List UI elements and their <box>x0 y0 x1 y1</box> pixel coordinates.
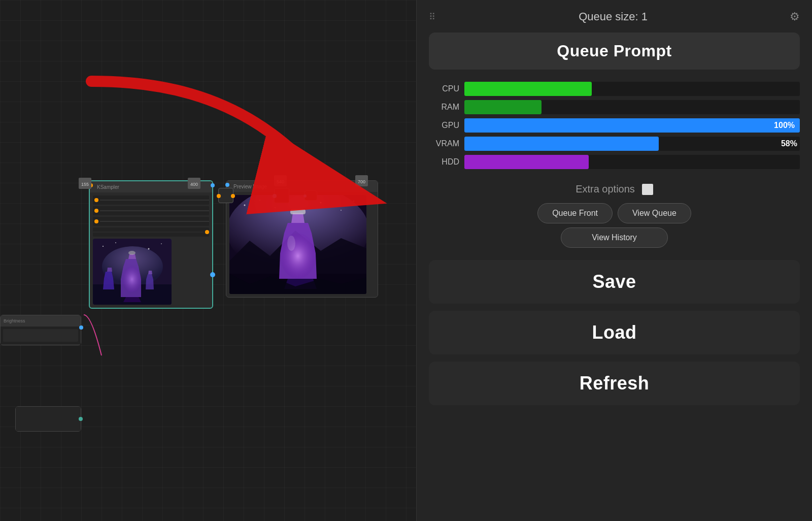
vram-label: VRAM <box>429 139 459 148</box>
preview-image <box>93 239 172 305</box>
node-input-row <box>93 217 209 226</box>
gpu-bar-container: 100% <box>464 118 800 133</box>
extra-options-checkbox[interactable] <box>642 184 653 195</box>
svg-point-5 <box>148 248 150 250</box>
vram-bar <box>464 137 659 151</box>
action-buttons-row: Queue Front View Queue <box>429 203 800 223</box>
label-badge-2: 700 <box>355 175 368 186</box>
node-canvas[interactable]: KSampler <box>0 0 416 521</box>
ram-bar <box>464 100 542 114</box>
output-dot <box>205 230 209 234</box>
svg-point-15 <box>320 202 322 204</box>
svg-point-14 <box>275 207 276 208</box>
gpu-bar <box>464 118 800 133</box>
output-connector <box>211 183 215 187</box>
extra-options-row: Extra options <box>429 183 800 195</box>
small-node-connector-r <box>231 194 235 198</box>
node-image-preview <box>93 239 172 305</box>
svg-point-21 <box>287 236 295 251</box>
svg-point-17 <box>353 201 354 202</box>
load-button[interactable]: Load <box>429 311 800 354</box>
svg-point-20 <box>280 233 316 279</box>
view-history-button[interactable]: View History <box>561 227 668 248</box>
view-queue-button[interactable]: View Queue <box>618 203 691 223</box>
small-node-3[interactable] <box>304 190 317 201</box>
bottom-node-connector <box>79 325 83 330</box>
ram-bar-container: 23% <box>464 100 800 114</box>
bottom-left-node[interactable]: Brightness <box>0 315 81 345</box>
label-badge-1: 540 <box>274 175 287 186</box>
preview-image-container <box>229 195 366 294</box>
queue-size-label: Queue size: 1 <box>436 10 790 23</box>
node-input-row <box>93 196 209 205</box>
gear-icon[interactable]: ⚙ <box>790 10 800 23</box>
preview-node-title: Preview Image <box>233 184 267 189</box>
right-panel: ⠿ Queue size: 1 ⚙ Queue Prompt CPU 38% R… <box>416 0 812 521</box>
vram-stat-row: VRAM 58% <box>429 137 800 151</box>
lower-node-1-body <box>16 407 81 431</box>
refresh-button[interactable]: Refresh <box>429 362 800 405</box>
cpu-bar <box>464 82 592 96</box>
svg-point-12 <box>244 205 246 206</box>
cpu-bar-container: 38% <box>464 82 800 96</box>
queue-prompt-button[interactable]: Queue Prompt <box>429 32 800 70</box>
svg-point-9 <box>123 267 141 292</box>
svg-point-4 <box>115 242 116 243</box>
node-body <box>90 192 212 308</box>
bottom-node-body <box>1 327 81 344</box>
preview-node[interactable]: Preview Image <box>226 180 378 298</box>
small-node-2-connector <box>273 194 277 198</box>
lower-node-1[interactable] <box>15 406 81 432</box>
save-button[interactable]: Save <box>429 260 800 304</box>
gpu-percent: 100% <box>774 121 795 130</box>
hdd-stat-row: HDD 37% <box>429 155 800 169</box>
preview-connector-dot <box>225 183 229 187</box>
grip-icon: ⠿ <box>429 11 436 22</box>
stats-section: CPU 38% RAM 23% GPU 100% VRAM <box>429 82 800 173</box>
main-node[interactable]: KSampler <box>89 180 213 309</box>
small-node-connector <box>217 194 221 198</box>
cpu-stat-row: CPU 38% <box>429 82 800 96</box>
label-chip: 155 <box>79 178 91 189</box>
ram-label: RAM <box>429 103 459 112</box>
input-dot <box>94 209 98 213</box>
right-connector <box>210 272 215 277</box>
svg-point-3 <box>103 246 104 247</box>
vram-bar-container: 58% <box>464 137 800 151</box>
input-dot <box>94 198 98 202</box>
view-history-row: View History <box>429 227 800 248</box>
hdd-label: HDD <box>429 157 459 167</box>
input-dot <box>94 219 98 223</box>
gpu-label: GPU <box>429 121 459 130</box>
svg-point-16 <box>341 210 342 211</box>
bottom-node-header: Brightness <box>1 315 81 327</box>
svg-point-6 <box>161 243 162 244</box>
node-input-row <box>93 227 209 237</box>
svg-rect-19 <box>290 209 306 214</box>
extra-options-label: Extra options <box>576 183 635 195</box>
node-input-row <box>93 206 209 215</box>
small-node-1[interactable] <box>218 188 233 203</box>
lower-node-1-connector <box>79 417 83 421</box>
panel-header: ⠿ Queue size: 1 ⚙ <box>429 10 800 23</box>
small-node-2[interactable] <box>274 188 289 203</box>
label-chip-2: 400 <box>188 178 200 189</box>
queue-front-button[interactable]: Queue Front <box>537 203 613 223</box>
vram-percent: 58% <box>781 139 797 148</box>
hdd-bar-container: 37% <box>464 155 800 169</box>
node-title: KSampler <box>97 184 119 190</box>
small-node-3-connector <box>303 194 307 198</box>
preview-node-body <box>226 192 378 297</box>
ram-stat-row: RAM 23% <box>429 100 800 114</box>
svg-point-13 <box>259 200 260 201</box>
cpu-label: CPU <box>429 84 459 93</box>
gpu-stat-row: GPU 100% <box>429 118 800 133</box>
svg-point-8 <box>128 251 136 255</box>
hdd-bar <box>464 155 589 169</box>
